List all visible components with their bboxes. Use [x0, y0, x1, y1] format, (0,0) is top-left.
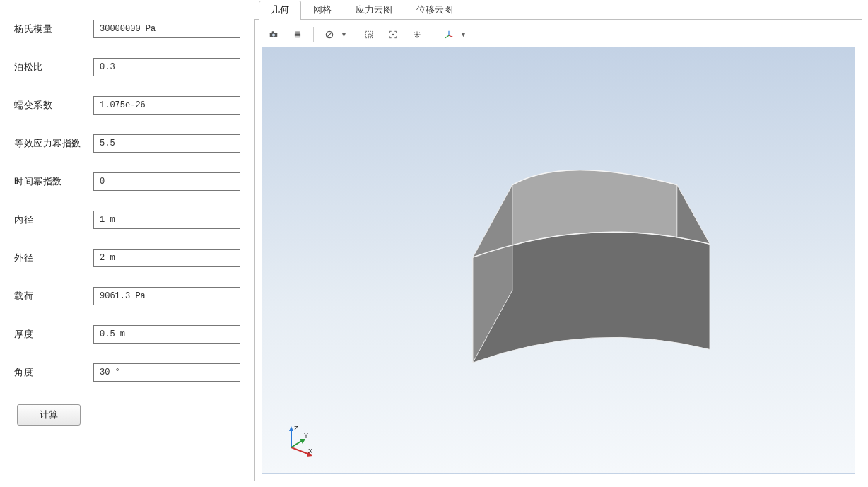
svg-line-17	[449, 35, 453, 37]
plot-toolbar: ▼	[262, 23, 855, 47]
tab-1[interactable]: 网格	[301, 1, 344, 20]
tab-3[interactable]: 位移云图	[404, 1, 465, 20]
field-label: 时间幂指数	[14, 176, 93, 188]
field-input[interactable]	[93, 363, 240, 382]
axis-y-label: Y	[304, 432, 308, 439]
form-row: 厚度	[14, 325, 240, 344]
form-row: 杨氏模量	[14, 20, 240, 38]
field-input[interactable]	[93, 172, 240, 191]
field-input[interactable]	[93, 96, 240, 115]
toolbar-separator	[433, 27, 433, 42]
svg-point-9	[368, 34, 372, 37]
field-label: 角度	[14, 367, 93, 379]
fit-icon[interactable]	[383, 25, 403, 45]
svg-marker-21	[289, 426, 293, 431]
mask-dropdown-caret[interactable]: ▼	[341, 31, 347, 38]
print-icon[interactable]	[288, 25, 307, 45]
svg-marker-23	[307, 452, 312, 457]
form-row: 载荷	[14, 287, 240, 305]
tab-0[interactable]: 几何	[259, 1, 301, 20]
field-label: 等效应力幂指数	[14, 138, 93, 150]
svg-point-1	[272, 34, 275, 37]
form-row: 时间幂指数	[14, 172, 240, 191]
field-input[interactable]	[93, 20, 240, 38]
svg-point-11	[392, 34, 394, 35]
tab-2[interactable]: 应力云图	[344, 1, 404, 20]
camera-icon[interactable]	[264, 25, 283, 45]
plot-area: ▼	[254, 20, 862, 481]
axis-z-label: Z	[294, 425, 298, 432]
svg-rect-4	[295, 31, 300, 33]
calculate-button[interactable]: 计算	[17, 404, 81, 426]
form-row: 等效应力幂指数	[14, 134, 240, 153]
geometry-canvas[interactable]: Z Y X	[262, 47, 855, 474]
axes-dropdown-caret[interactable]: ▼	[460, 31, 467, 38]
form-row: 内径	[14, 211, 240, 229]
toolbar-separator	[313, 27, 314, 42]
field-label: 厚度	[14, 329, 93, 341]
axis-x-label: X	[308, 447, 312, 454]
toolbar-separator	[353, 27, 353, 42]
field-input[interactable]	[93, 325, 240, 344]
form-row: 角度	[14, 363, 240, 382]
form-row: 外径	[14, 249, 240, 267]
form-row: 泊松比	[14, 58, 240, 76]
axis-triad: Z Y X	[281, 425, 314, 457]
field-label: 外径	[14, 252, 93, 264]
field-input[interactable]	[93, 211, 240, 229]
solid-model	[393, 132, 724, 409]
form-row: 蠕变系数	[14, 96, 240, 115]
svg-marker-25	[300, 439, 305, 444]
field-label: 载荷	[14, 291, 93, 303]
svg-line-18	[445, 35, 449, 38]
svg-rect-2	[272, 31, 274, 33]
field-input[interactable]	[93, 134, 240, 153]
svg-rect-5	[295, 36, 300, 38]
view-tabs: 几何网格应力云图位移云图	[254, 1, 862, 20]
parameters-panel: 杨氏模量泊松比蠕变系数等效应力幂指数时间幂指数内径外径载荷厚度角度 计算	[0, 0, 254, 487]
field-label: 内径	[14, 214, 93, 226]
field-input[interactable]	[93, 58, 240, 76]
field-input[interactable]	[93, 287, 240, 305]
axes-icon[interactable]	[439, 25, 459, 45]
mask-icon[interactable]	[319, 25, 339, 45]
cross-icon[interactable]	[407, 25, 427, 45]
field-label: 泊松比	[14, 61, 93, 74]
svg-line-22	[291, 447, 310, 454]
field-label: 杨氏模量	[14, 23, 93, 35]
svg-line-24	[291, 440, 303, 447]
zoom-rect-icon[interactable]	[359, 25, 379, 45]
viewer-panel: 几何网格应力云图位移云图 ▼	[254, 0, 868, 487]
svg-line-7	[327, 32, 332, 37]
field-input[interactable]	[93, 249, 240, 267]
field-label: 蠕变系数	[14, 100, 93, 112]
